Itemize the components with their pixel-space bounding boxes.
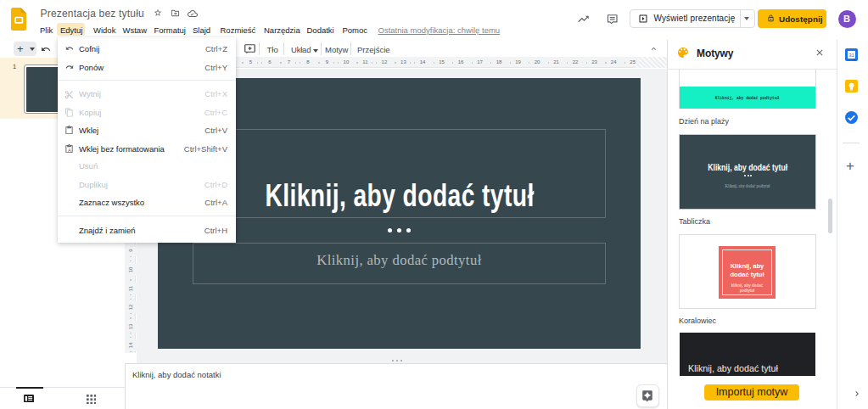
svg-text:31: 31 — [848, 53, 854, 58]
svg-text:A: A — [68, 148, 71, 153]
